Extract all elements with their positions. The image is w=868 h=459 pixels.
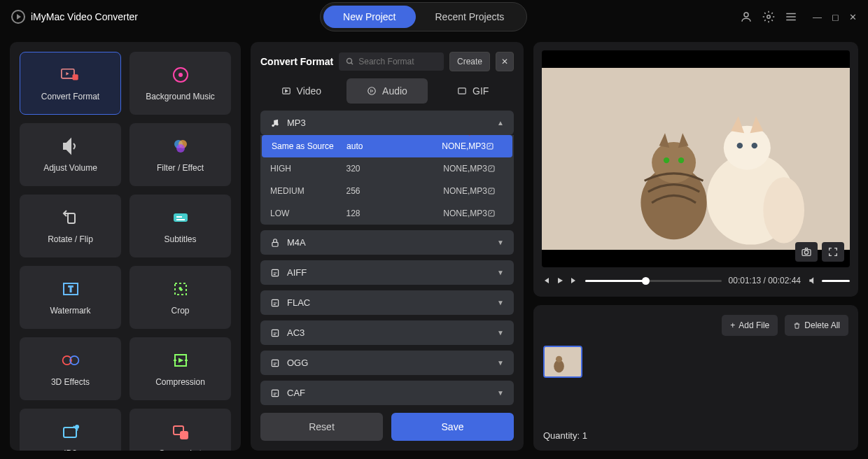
quantity-label: Quantity:: [543, 430, 582, 441]
quality-row-same-as-source[interactable]: Same as Source auto NONE,MP3: [262, 135, 512, 157]
snapshot-button[interactable]: [795, 242, 818, 262]
audio-file-icon: [270, 358, 280, 368]
volume-icon: [61, 136, 80, 156]
window-controls: — ◻ ✕: [813, 12, 857, 22]
sidebar-item-label: Convert Format: [41, 92, 99, 101]
audio-file-icon: [270, 268, 280, 278]
fullscreen-button[interactable]: [822, 242, 844, 262]
volume-slider[interactable]: [822, 280, 850, 282]
svg-rect-28: [181, 432, 188, 439]
codec-value: NONE,MP3: [400, 141, 486, 151]
play-button[interactable]: [556, 276, 564, 285]
sidebar-item-compression[interactable]: Compression: [130, 337, 231, 400]
quality-label: Same as Source: [272, 141, 346, 151]
tab-audio[interactable]: Audio: [346, 78, 428, 104]
svg-point-65: [804, 250, 808, 254]
sidebar-item-convert-format[interactable]: Convert Format: [20, 52, 121, 115]
main-layout: Convert Format Background Music Adjust V…: [0, 34, 868, 459]
recent-projects-button[interactable]: Recent Projects: [416, 6, 524, 28]
sidebar-item-screenshot[interactable]: Screenshot: [130, 409, 231, 451]
sidebar-item-label: Adjust Volume: [43, 163, 97, 173]
format-ogg[interactable]: OGG ▼: [260, 351, 514, 375]
edit-icon[interactable]: [487, 187, 504, 195]
tab-video[interactable]: Video: [260, 78, 342, 104]
file-thumbnail[interactable]: [543, 346, 582, 378]
format-ac3[interactable]: AC3 ▼: [260, 320, 514, 345]
account-icon[interactable]: [740, 10, 752, 23]
sidebar-item-watermark[interactable]: T Watermark: [20, 266, 121, 329]
sidebar-item-label: ID3: [64, 449, 77, 451]
sidebar-item-adjust-volume[interactable]: Adjust Volume: [20, 123, 121, 186]
close-icon[interactable]: ✕: [849, 12, 857, 22]
search-input[interactable]: [358, 57, 437, 66]
maximize-icon[interactable]: ◻: [832, 12, 839, 22]
sidebar-item-background-music[interactable]: Background Music: [130, 52, 231, 115]
svg-rect-43: [272, 242, 278, 246]
audio-icon: [367, 86, 377, 96]
add-file-label: Add File: [738, 320, 769, 330]
quality-row-high[interactable]: HIGH 320 NONE,MP3: [260, 157, 514, 180]
video-frame[interactable]: [542, 50, 850, 267]
next-button[interactable]: [570, 276, 578, 285]
edit-icon[interactable]: [487, 164, 504, 173]
format-m4a[interactable]: M4A ▼: [260, 230, 514, 255]
save-button[interactable]: Save: [391, 413, 514, 441]
reset-button[interactable]: Reset: [260, 413, 383, 441]
create-button[interactable]: Create: [449, 52, 490, 71]
music-note-icon: [270, 118, 280, 128]
watermark-icon: T: [61, 279, 80, 299]
playbar: 00:01:13 / 00:02:44: [542, 267, 850, 285]
video-icon: [281, 86, 291, 96]
progress-bar[interactable]: [585, 280, 722, 282]
sidebar-item-label: Screenshot: [159, 449, 202, 451]
sidebar-item-3d-effects[interactable]: 3D Effects: [20, 337, 121, 400]
edit-icon[interactable]: [486, 142, 503, 150]
sidebar-item-subtitles[interactable]: Subtitles: [130, 195, 231, 257]
sidebar-item-crop[interactable]: Crop: [130, 266, 231, 329]
edit-icon[interactable]: [487, 209, 504, 218]
format-mp3[interactable]: MP3 ▲: [260, 111, 514, 135]
format-caf[interactable]: CAF ▼: [260, 381, 514, 405]
menu-icon[interactable]: [785, 10, 797, 23]
svg-rect-39: [487, 143, 493, 149]
svg-point-61: [737, 143, 743, 148]
svg-point-37: [272, 124, 274, 127]
format-aiff[interactable]: AIFF ▼: [260, 260, 514, 285]
format-flac[interactable]: FLAC ▼: [260, 290, 514, 315]
search-format[interactable]: [339, 52, 444, 71]
sidebar-item-id3[interactable]: ID3: [20, 409, 121, 451]
video-preview: 00:01:13 / 00:02:44: [533, 42, 858, 297]
progress-knob[interactable]: [642, 277, 650, 285]
svg-rect-13: [68, 213, 75, 223]
svg-point-55: [664, 157, 669, 163]
delete-all-button[interactable]: Delete All: [785, 315, 848, 336]
minimize-icon[interactable]: —: [813, 12, 822, 22]
delete-all-label: Delete All: [804, 320, 840, 330]
quality-row-low[interactable]: LOW 128 NONE,MP3: [260, 202, 514, 225]
new-project-button[interactable]: New Project: [323, 6, 415, 28]
prev-button[interactable]: [542, 276, 550, 285]
format-name: AIFF: [287, 267, 307, 278]
convert-panel: Convert Format Create ✕ Video Audio GIF: [251, 42, 524, 451]
format-name: OGG: [287, 358, 308, 368]
svg-rect-34: [458, 88, 466, 94]
id3-icon: [61, 422, 80, 442]
video-content: [542, 68, 850, 250]
format-name: FLAC: [287, 297, 310, 308]
current-time: 00:01:13: [729, 276, 762, 285]
codec-value: NONE,MP3: [400, 186, 487, 196]
sidebar-item-rotate-flip[interactable]: Rotate / Flip: [20, 195, 121, 257]
close-panel-button[interactable]: ✕: [496, 52, 514, 71]
format-list: MP3 ▲ Same as Source auto NONE,MP3 HIGH …: [260, 111, 514, 406]
thumbnail-area: [543, 346, 848, 378]
add-file-button[interactable]: + Add File: [722, 315, 778, 336]
sidebar-item-label: Compression: [155, 377, 205, 387]
tab-gif[interactable]: GIF: [432, 78, 514, 104]
chevron-up-icon: ▲: [497, 119, 504, 127]
sidebar-item-filter-effect[interactable]: Filter / Effect: [130, 123, 231, 186]
app-title: iMyMac Video Converter: [31, 11, 138, 22]
volume-control[interactable]: [808, 276, 850, 285]
bitrate-value: 320: [346, 164, 401, 174]
gear-icon[interactable]: [762, 10, 775, 23]
quality-row-medium[interactable]: MEDIUM 256 NONE,MP3: [260, 180, 514, 202]
